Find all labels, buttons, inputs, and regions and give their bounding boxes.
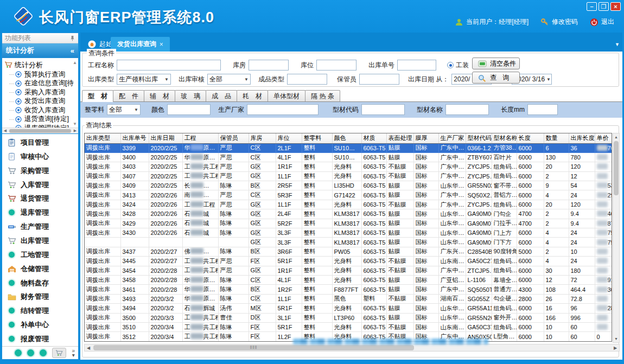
out-type-select[interactable]: 生产领料出库▼ <box>117 74 171 85</box>
column-header[interactable]: 型材代码 <box>466 133 492 143</box>
tree-hscrollbar[interactable]: ◀ ▶ <box>2 127 78 133</box>
tree-item-1[interactable]: 在途信息查询[待 <box>4 79 77 88</box>
sidebar-item-10[interactable]: 物料盘存 <box>2 276 78 290</box>
material-tab-4[interactable]: 成 品 <box>206 90 237 101</box>
column-header[interactable]: 长度 <box>517 133 544 143</box>
scroll-down-icon[interactable]: ▼ <box>613 335 619 342</box>
scroll-right-icon[interactable]: ▶ <box>72 129 78 133</box>
column-header[interactable]: 膜厚 <box>413 133 438 143</box>
table-row[interactable]: 调拨出库34932020/3/2华原…陈琳C区1L1F整料黑色塑料不贴膜国标湖南… <box>85 294 612 303</box>
change-password-button[interactable]: 修改密码 <box>540 17 578 27</box>
project-name-input[interactable] <box>117 60 221 71</box>
sidebar-item-12[interactable]: 结转管理 <box>2 304 78 318</box>
column-header[interactable]: 材质 <box>361 133 386 143</box>
tree-item-3[interactable]: 发货出库查询 <box>4 97 77 106</box>
table-row[interactable]: 调拨出库35102020/3/4工共工程陈琳F区5R1F整料光身料6063-T5… <box>85 322 612 331</box>
keeper-input[interactable] <box>359 74 399 85</box>
cart-quick-button[interactable] <box>52 348 66 358</box>
column-header[interactable]: 整零料 <box>302 133 332 143</box>
column-header[interactable]: 出库类型 <box>85 133 120 143</box>
tab-list-arrow-icon[interactable]: ▼ <box>615 42 620 47</box>
sidebar-item-13[interactable]: 补单中心 <box>2 318 78 332</box>
material-tab-0[interactable]: 型 材 <box>82 90 113 102</box>
vscroll-thumb[interactable] <box>614 141 619 195</box>
close-button[interactable]: × <box>610 2 621 11</box>
logout-button[interactable]: 退出 <box>590 17 614 27</box>
collapse-icon[interactable]: « <box>71 47 74 55</box>
column-header[interactable]: 出库日期 <box>149 133 182 143</box>
table-row[interactable]: 调拨出库35002020/3/3工共工程曹佳D区3L1F整料LT3P606063… <box>85 313 612 322</box>
sidebar-item-9[interactable]: 仓储管理 <box>2 262 78 276</box>
length-input[interactable] <box>527 104 558 115</box>
column-header[interactable]: 生产厂家 <box>438 133 466 143</box>
scroll-up-icon[interactable]: ▲ <box>613 133 619 141</box>
sidebar-item-5[interactable]: 退库管理 <box>2 206 78 220</box>
table-row[interactable]: 调拨出库34292020/2/26石城陈琳G区5R2F整料KLM38176063… <box>85 219 612 228</box>
sidebar-item-7[interactable]: 出库管理 <box>2 234 78 248</box>
scroll-right-icon[interactable]: ▶ <box>612 346 619 350</box>
material-tab-3[interactable]: 玻 璃 <box>175 90 206 101</box>
sidebar-item-6[interactable]: 生产管理 <box>2 220 78 234</box>
maker-input[interactable] <box>247 104 319 115</box>
table-row[interactable]: 调拨出库34302020/2/26石城陈琳G区3L3F整料KLM38176063… <box>85 228 612 238</box>
sidebar-item-0[interactable]: 项目管理 <box>2 136 78 150</box>
material-tab-5[interactable]: 耗 材 <box>237 90 268 101</box>
table-row[interactable]: 调拨出库34282020/2/26石城陈琳G区2L4F整料KLM38176063… <box>85 209 612 219</box>
material-tab-7[interactable]: 隔 热 条 <box>305 90 340 101</box>
tree-scroll-up-icon[interactable]: ▲ <box>73 60 77 65</box>
grid-vscrollbar[interactable]: ▲ ▼ <box>613 133 620 343</box>
minimize-button[interactable]: – <box>587 2 597 11</box>
order-no-input[interactable] <box>397 60 436 71</box>
column-header[interactable]: 数量 <box>544 133 569 143</box>
whole-select[interactable]: 全部▼ <box>107 104 141 115</box>
material-tab-2[interactable]: 辅 材 <box>144 90 175 101</box>
tree-item-2[interactable]: 采购入库查询 <box>4 88 77 97</box>
radio-gongzhuang[interactable]: 工装 <box>447 61 469 70</box>
sidebar-item-11[interactable]: 财务管理 <box>2 290 78 304</box>
sidebar-overflow-button[interactable]: »▾ <box>72 349 75 357</box>
tree-item-0[interactable]: 预算执行查询 <box>4 70 77 79</box>
tree-hscroll-thumb[interactable] <box>9 129 71 133</box>
profile-code-input[interactable] <box>361 104 405 115</box>
scroll-left-icon[interactable]: ◀ <box>2 129 8 133</box>
column-header[interactable]: 表面处理 <box>386 133 413 143</box>
tree-item-5[interactable]: 退货查询[待定] <box>4 115 77 124</box>
table-row[interactable]: 调拨出库34582020/2/28华原…陈琳C区4L1F整料光身料6063-T5… <box>85 275 612 284</box>
tree-item-4[interactable]: 收货入库查询 <box>4 106 77 115</box>
table-row[interactable]: 调拨出库34002020/2/25华原…严思C区4L1F整料SU10…6063-… <box>85 152 612 162</box>
quick-circle-icon[interactable] <box>27 349 34 356</box>
quick-circle-icon[interactable] <box>40 349 47 356</box>
sidebar-item-4[interactable]: 退货管理 <box>2 191 78 206</box>
table-row[interactable]: 调拨出库34092020/2/25长…陈琳B区2R5F整料LI35HD6063-… <box>85 181 612 190</box>
color-input[interactable] <box>167 104 211 115</box>
table-row[interactable]: 调拨出库33992020/2/25华原…严思C区2L1F整料SU10…6063-… <box>85 143 612 152</box>
product-type-input[interactable] <box>287 74 327 85</box>
tree-scroll-down-icon[interactable]: ▼ <box>73 122 77 126</box>
warehouse-input[interactable] <box>249 60 289 71</box>
column-header[interactable]: 颜色 <box>332 133 361 143</box>
table-row[interactable]: 调拨出库34032020/2/25工共工程严思G区1R1F整料光身料6063-T… <box>85 162 612 171</box>
table-row[interactable]: G区3L3F整料KLM38176063-T5贴膜国标山东华…GA90M09…门下… <box>85 238 612 247</box>
table-row[interactable]: 调拨出库34612020/2/28华原…陈琳B区1R2F整料F8877FT606… <box>85 285 612 294</box>
tab-close-icon[interactable]: × <box>160 41 163 48</box>
table-row[interactable]: 调拨出库34132020/2/26南…严思C区5R3F整料G714226063-… <box>85 190 612 200</box>
column-header[interactable]: 工程 <box>182 133 218 143</box>
sidebar-item-8[interactable]: 工地管理 <box>2 248 78 262</box>
pin-icon[interactable] <box>69 35 75 41</box>
table-row[interactable]: 调拨出库34372020/2/27佛…陈琳B区3R6F整料PW056063-T5… <box>85 247 612 256</box>
sidebar-item-2[interactable]: 采购管理 <box>2 164 78 178</box>
sidebar-item-3[interactable]: 入库管理 <box>2 178 78 192</box>
column-header[interactable]: 出库单号 <box>120 133 149 143</box>
material-tab-1[interactable]: 配 件 <box>113 90 144 101</box>
column-header[interactable]: 出库长度 <box>569 133 595 143</box>
table-row[interactable]: 调拨出库34452020/2/27工共工程严思F区5R1F整料光身料6063-T… <box>85 257 612 266</box>
column-header[interactable]: 库房 <box>249 133 276 143</box>
sidebar-section-statistics[interactable]: 统计分析 « <box>2 43 78 58</box>
table-row[interactable]: 调拨出库34542020/2/28工共工程严思G区1R1F整料光身料6063-T… <box>85 266 612 275</box>
table-row[interactable]: 调拨出库34072020/2/25工共工程严思G区1L1F整料光身料6063-T… <box>85 171 612 181</box>
quick-circle-icon[interactable] <box>15 349 22 356</box>
grid-hscrollbar[interactable]: ◀ ⦀⦀⦀ ▶ <box>84 344 620 352</box>
table-row[interactable]: 调拨出库34242020/2/26工工程严思G区1L1F整料光身料6063-T5… <box>85 200 612 209</box>
sidebar-item-1[interactable]: 审核中心 <box>2 150 78 164</box>
search-button[interactable]: 查 询 <box>472 72 520 84</box>
